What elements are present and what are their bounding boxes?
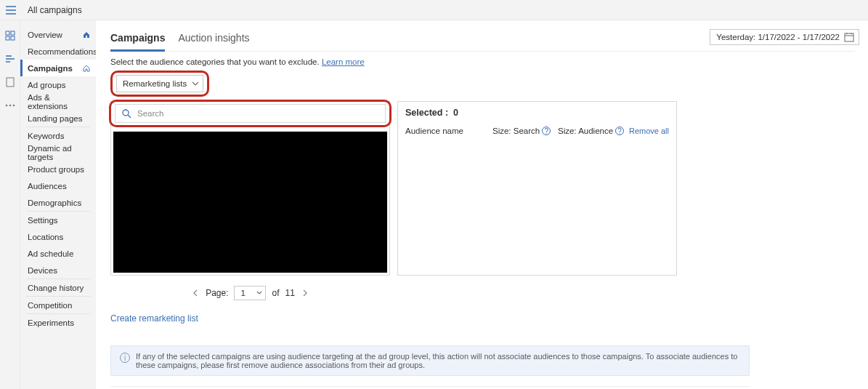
sidebar-item-label: Settings (28, 216, 58, 225)
tab-auction-insights[interactable]: Auction insights (178, 29, 249, 51)
tab-label: Auction insights (178, 32, 249, 44)
learn-more-link[interactable]: Learn more (322, 57, 365, 66)
sidebar-item-locations[interactable]: Locations (20, 228, 96, 245)
pager-of: of (272, 288, 279, 298)
help-icon[interactable]: ? (542, 127, 551, 135)
svg-rect-4 (7, 78, 14, 87)
sidebar-item-label: Competition (28, 301, 72, 310)
create-remarketing-link[interactable]: Create remarketing list (110, 313, 855, 324)
calendar-icon (844, 32, 854, 42)
highlight-search (109, 100, 392, 127)
main-content: Yesterday: 1/17/2022 - 1/17/2022 Campaig… (96, 20, 868, 389)
date-range-label: Yesterday: 1/17/2022 - 1/17/2022 (716, 33, 840, 41)
sidebar-item-recommendations[interactable]: Recommendations (20, 43, 96, 60)
search-box[interactable] (115, 104, 386, 123)
audience-list-area[interactable] (113, 132, 387, 273)
rail-campaigns-icon[interactable] (4, 76, 17, 89)
chevron-down-icon (192, 80, 199, 87)
svg-point-5 (5, 105, 7, 107)
dropdown-selected: Remarketing lists (123, 79, 187, 88)
rail-recommendations-icon[interactable] (4, 52, 17, 65)
svg-point-7 (12, 105, 15, 107)
sidebar-item-label: Locations (28, 233, 63, 241)
tab-label: Campaigns (110, 32, 165, 44)
sidebar-item-product-groups[interactable]: Product groups (20, 161, 96, 177)
breadcrumb[interactable]: All campaigns (28, 5, 82, 15)
svg-rect-2 (6, 36, 9, 40)
info-icon: i (120, 353, 130, 363)
svg-point-6 (9, 105, 11, 107)
icon-rail (0, 20, 20, 389)
sidebar-item-ads-extensions[interactable]: Ads & extensions (20, 93, 96, 110)
available-audiences-panel (110, 101, 390, 276)
sidebar-item-label: Overview (28, 31, 62, 39)
svg-point-9 (123, 110, 129, 116)
sidebar-item-label: Change history (28, 284, 84, 292)
sidebar-item-competition[interactable]: Competition (20, 297, 96, 313)
sidebar-item-label: Product groups (28, 165, 84, 174)
home-icon (83, 31, 90, 39)
sidebar-item-label: Dynamic ad targets (28, 144, 90, 161)
sidebar-item-overview[interactable]: Overview (20, 26, 96, 43)
sidebar-item-ad-groups[interactable]: Ad groups (20, 76, 96, 93)
col-audience-name: Audience name (405, 127, 492, 135)
home-icon (83, 65, 90, 72)
sidebar-item-demographics[interactable]: Demographics (20, 194, 96, 211)
sidebar-item-label: Ads & extensions (28, 93, 90, 111)
chevron-down-icon (256, 290, 262, 296)
sidebar-item-label: Audiences (28, 182, 67, 191)
selected-audiences-panel: Selected : 0 Audience name Size: Search … (397, 101, 677, 276)
rail-overview-icon[interactable] (4, 29, 17, 42)
svg-rect-8 (845, 33, 853, 41)
sidebar-item-label: Recommendations (28, 47, 97, 56)
tab-campaigns[interactable]: Campaigns (110, 29, 165, 52)
sidebar-item-keywords[interactable]: Keywords (20, 127, 96, 144)
svg-rect-1 (11, 31, 15, 35)
separator (110, 386, 750, 387)
sidebar-item-label: Ad schedule (28, 249, 73, 258)
svg-rect-0 (6, 31, 9, 35)
sidebar: Overview Recommendations Campaigns Ad gr… (20, 20, 96, 389)
sidebar-item-label: Demographics (28, 198, 81, 207)
col-size-audience: Size: Audience ? (558, 127, 627, 135)
sidebar-item-change-history[interactable]: Change history (20, 279, 96, 296)
date-range-picker[interactable]: Yesterday: 1/17/2022 - 1/17/2022 (710, 29, 859, 45)
pager-page-select[interactable]: 1 (234, 286, 266, 300)
sidebar-item-ad-schedule[interactable]: Ad schedule (20, 245, 96, 262)
sidebar-item-settings[interactable]: Settings (20, 212, 96, 228)
sidebar-item-label: Keywords (28, 132, 65, 140)
highlight-dropdown: Remarketing lists (110, 71, 209, 97)
pager-prev-icon[interactable] (191, 289, 200, 297)
search-icon (121, 108, 131, 119)
sidebar-item-label: Devices (28, 266, 57, 275)
sidebar-item-dynamic-ad-targets[interactable]: Dynamic ad targets (20, 144, 96, 161)
top-bar: All campaigns (0, 0, 868, 20)
info-banner-text: If any of the selected campaigns are usi… (136, 352, 740, 369)
audience-type-dropdown[interactable]: Remarketing lists (116, 75, 203, 92)
pager-label: Page: (206, 288, 228, 298)
pager: Page: 1 of 11 (110, 286, 390, 300)
sidebar-item-campaigns[interactable]: Campaigns (20, 60, 96, 76)
sidebar-item-label: Campaigns (28, 64, 73, 73)
selected-columns: Audience name Size: Search ? Size: Audie… (398, 124, 676, 138)
sidebar-item-devices[interactable]: Devices (20, 262, 96, 278)
col-size-search: Size: Search ? (492, 127, 558, 135)
search-input[interactable] (137, 109, 379, 118)
instruction-text: Select the audience categories that you … (110, 57, 855, 66)
rail-more-icon[interactable] (4, 99, 17, 112)
remove-all-link[interactable]: Remove all (629, 127, 669, 135)
help-icon[interactable]: ? (615, 127, 624, 135)
sidebar-item-experiments[interactable]: Experiments (20, 314, 96, 331)
selected-header: Selected : 0 (398, 102, 676, 124)
hamburger-icon[interactable] (4, 4, 17, 17)
sidebar-item-landing-pages[interactable]: Landing pages (20, 110, 96, 127)
info-banner: i If any of the selected campaigns are u… (110, 345, 750, 376)
sidebar-item-label: Experiments (28, 318, 74, 327)
pager-total: 11 (285, 288, 295, 298)
pager-next-icon[interactable] (301, 289, 309, 297)
sidebar-item-label: Ad groups (28, 81, 65, 89)
sidebar-item-label: Landing pages (28, 114, 82, 123)
svg-rect-3 (11, 36, 15, 40)
sidebar-item-audiences[interactable]: Audiences (20, 177, 96, 194)
